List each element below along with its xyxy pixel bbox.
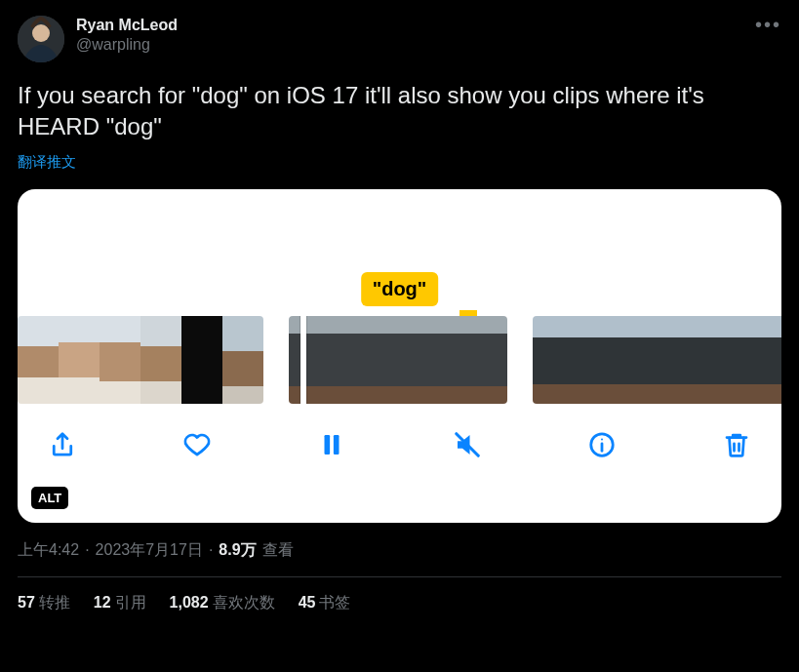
stat-label: 书签 bbox=[319, 594, 350, 611]
tweet-stats: 57转推 12引用 1,082喜欢次数 45书签 bbox=[18, 577, 781, 613]
playhead[interactable] bbox=[300, 316, 306, 404]
video-timeline[interactable] bbox=[18, 316, 781, 404]
stat-count: 12 bbox=[94, 594, 111, 611]
heart-icon[interactable] bbox=[180, 427, 215, 462]
search-tag: "dog" bbox=[361, 272, 439, 306]
tweet-meta: 上午4:42 · 2023年7月17日 · 8.9万 查看 bbox=[18, 540, 781, 561]
avatar[interactable] bbox=[18, 16, 64, 62]
views-count: 8.9万 bbox=[219, 540, 256, 561]
translate-link[interactable]: 翻译推文 bbox=[18, 153, 781, 172]
meta-dot: · bbox=[85, 541, 89, 559]
info-icon[interactable] bbox=[584, 427, 619, 462]
trash-icon[interactable] bbox=[719, 427, 754, 462]
svg-rect-3 bbox=[334, 435, 340, 455]
stat-label: 转推 bbox=[39, 594, 70, 611]
display-name[interactable]: Ryan McLeod bbox=[76, 16, 178, 35]
media-whitespace: "dog" bbox=[18, 189, 781, 316]
tweet-text: If you search for "dog" on iOS 17 it'll … bbox=[18, 80, 781, 143]
pause-icon[interactable] bbox=[314, 427, 349, 462]
meta-time[interactable]: 上午4:42 bbox=[18, 540, 79, 561]
share-icon[interactable] bbox=[45, 427, 80, 462]
clip-thumb[interactable] bbox=[533, 316, 781, 404]
svg-point-7 bbox=[601, 438, 603, 440]
alt-badge[interactable]: ALT bbox=[31, 487, 68, 509]
views-label: 查看 bbox=[262, 540, 294, 561]
tweet-header: Ryan McLeod @warpling bbox=[18, 16, 781, 62]
stat-label: 喜欢次数 bbox=[213, 594, 275, 611]
stat-bookmarks[interactable]: 45书签 bbox=[299, 593, 351, 613]
clip-thumb[interactable] bbox=[289, 316, 507, 404]
playhead-marker bbox=[459, 310, 477, 316]
stat-count: 1,082 bbox=[170, 594, 209, 611]
handle[interactable]: @warpling bbox=[76, 35, 178, 55]
stat-count: 45 bbox=[299, 594, 316, 611]
stat-likes[interactable]: 1,082喜欢次数 bbox=[170, 593, 275, 613]
mute-icon[interactable] bbox=[450, 427, 485, 462]
svg-rect-2 bbox=[325, 435, 331, 455]
media-card[interactable]: "dog" bbox=[18, 189, 781, 523]
stat-label: 引用 bbox=[115, 594, 146, 611]
clip-thumb[interactable] bbox=[18, 316, 263, 404]
meta-date[interactable]: 2023年7月17日 bbox=[96, 540, 203, 561]
more-icon[interactable]: ••• bbox=[755, 14, 781, 36]
tweet-container: Ryan McLeod @warpling ••• If you search … bbox=[0, 0, 799, 629]
meta-dot: · bbox=[209, 541, 213, 559]
svg-point-1 bbox=[32, 24, 50, 42]
author-names: Ryan McLeod @warpling bbox=[76, 16, 178, 55]
stat-count: 57 bbox=[18, 594, 35, 611]
media-toolbar bbox=[18, 404, 781, 462]
stat-quotes[interactable]: 12引用 bbox=[94, 593, 146, 613]
stat-retweets[interactable]: 57转推 bbox=[18, 593, 70, 613]
